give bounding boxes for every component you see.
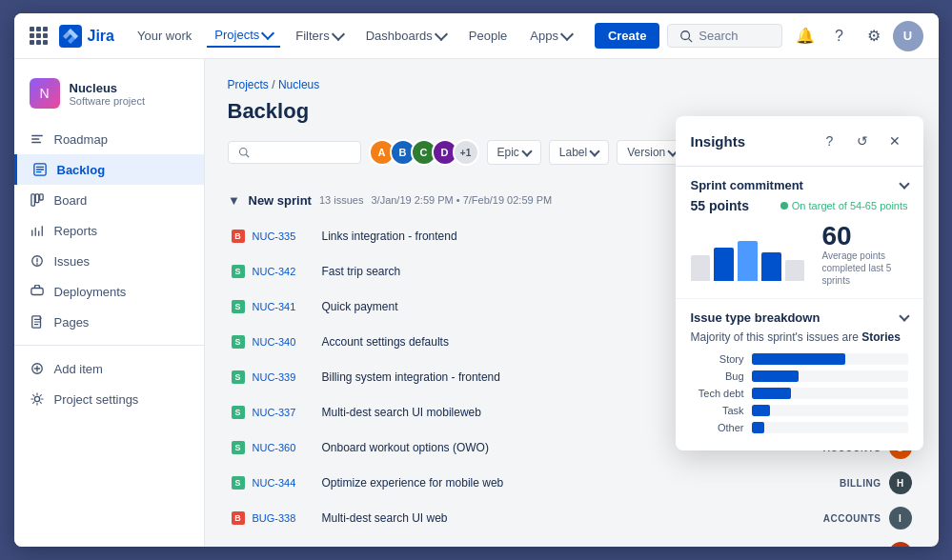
issue-avatar: I	[889, 507, 912, 530]
issue-id: NUC-335	[253, 230, 314, 242]
nav-your-work[interactable]: Your work	[130, 25, 199, 47]
issue-id: NUC-341	[253, 301, 314, 312]
issue-avatar: J	[889, 542, 912, 547]
nav-projects[interactable]: Projects	[207, 24, 280, 48]
sprint-commitment-section: Sprint commitment 55 points On target of…	[676, 167, 923, 299]
svg-rect-0	[59, 25, 82, 48]
sidebar-label-board: Board	[54, 193, 88, 208]
backlog-search[interactable]	[228, 141, 361, 164]
user-avatar[interactable]: U	[893, 21, 923, 51]
chart-stats: 60 Average points completed last 5 sprin…	[822, 223, 908, 287]
sidebar-item-board[interactable]: Board	[14, 185, 204, 215]
sprint-label: New sprint	[249, 193, 312, 208]
sidebar-label-project-settings: Project settings	[54, 392, 139, 407]
issue-avatar: H	[889, 471, 912, 494]
svg-point-12	[239, 149, 247, 156]
issue-tag: BILLING	[840, 478, 881, 489]
bar-4	[761, 252, 781, 281]
issue-id: BUG-338	[253, 512, 314, 524]
dashboards-chevron-icon	[435, 28, 448, 41]
sidebar-item-backlog[interactable]: Backlog	[14, 154, 204, 185]
story-bar-fill	[752, 353, 845, 365]
issue-tag: ACCOUNTS	[823, 513, 881, 524]
reports-icon	[30, 223, 45, 238]
type-bar-bug: Bug	[691, 370, 908, 382]
sidebar-item-pages[interactable]: Pages	[14, 307, 204, 337]
breadcrumb-projects[interactable]: Projects	[228, 78, 269, 91]
sidebar: N Nucleus Software project Roadmap	[14, 59, 205, 547]
label-filter[interactable]: Label	[549, 140, 609, 165]
story-icon: S	[232, 476, 245, 490]
projects-chevron-icon	[261, 27, 274, 40]
issue-row[interactable]: S NUC-344 Optimize experience for mobile…	[228, 466, 916, 501]
project-header: N Nucleus Software project	[14, 70, 204, 124]
board-icon	[30, 192, 45, 208]
sprint-chevron[interactable]: ▼	[228, 193, 241, 207]
majority-text: Majority of this sprint's issues are Sto…	[691, 330, 908, 344]
svg-line-13	[246, 154, 249, 157]
sprint-commitment-chevron[interactable]	[899, 178, 909, 189]
story-bar-bg	[752, 353, 908, 365]
insights-close-icon[interactable]: ✕	[881, 128, 908, 154]
insights-help-icon[interactable]: ?	[817, 128, 843, 154]
sidebar-item-roadmap[interactable]: Roadmap	[14, 124, 204, 154]
sprint-points-value: 55 points	[691, 198, 749, 213]
bar-1	[691, 255, 711, 282]
sidebar-item-issues[interactable]: Issues	[14, 246, 204, 276]
sidebar-item-add-item[interactable]: Add item	[14, 353, 204, 384]
sidebar-label-backlog: Backlog	[57, 163, 106, 177]
issue-id: NUC-340	[253, 336, 314, 348]
epic-filter[interactable]: Epic	[487, 140, 541, 165]
other-bar-fill	[752, 422, 764, 433]
sidebar-item-reports[interactable]: Reports	[14, 215, 204, 246]
issue-title: Multi-dest search UI web	[322, 511, 816, 525]
type-label-bug: Bug	[691, 370, 744, 382]
issue-breakdown-chevron[interactable]	[899, 310, 909, 321]
svg-rect-6	[39, 194, 43, 200]
settings-icon[interactable]: ⚙	[859, 21, 889, 51]
svg-line-2	[689, 38, 693, 42]
on-target-badge: On target of 54-65 points	[780, 200, 908, 211]
backlog-icon	[32, 162, 48, 177]
notifications-icon[interactable]: 🔔	[790, 21, 820, 51]
sidebar-label-add-item: Add item	[54, 362, 103, 376]
issue-row[interactable]: B BUG-338 Multi-dest search UI web ACCOU…	[228, 501, 916, 536]
bug-icon: B	[232, 230, 245, 243]
breadcrumb: Projects / Nucleus	[228, 78, 916, 91]
pages-icon	[30, 314, 45, 330]
techdebt-bar-bg	[752, 388, 908, 399]
nav-dashboards[interactable]: Dashboards	[358, 25, 454, 47]
story-icon: S	[232, 300, 245, 313]
svg-point-11	[34, 396, 39, 401]
story-icon: S	[232, 370, 245, 384]
sidebar-label-roadmap: Roadmap	[54, 132, 108, 147]
bar-2	[714, 248, 734, 281]
insights-refresh-icon[interactable]: ↺	[849, 128, 876, 154]
issue-row[interactable]: B BUG-354 Cshoping cart purchasing error…	[228, 536, 916, 547]
help-icon[interactable]: ?	[824, 21, 855, 51]
create-button[interactable]: Create	[595, 23, 659, 49]
epic-chevron-icon	[521, 146, 532, 156]
nav-filters[interactable]: Filters	[288, 25, 350, 47]
type-bar-story: Story	[691, 353, 908, 365]
svg-rect-8	[30, 289, 42, 295]
bug-bar-bg	[752, 370, 908, 382]
nav-people[interactable]: People	[461, 25, 515, 47]
grid-icon[interactable]	[30, 27, 48, 45]
bug-icon: B	[232, 511, 245, 525]
story-icon: S	[232, 406, 245, 419]
issue-title: Optimize experience for mobile web	[322, 476, 833, 490]
insights-panel-title: Insights	[691, 133, 746, 150]
type-label-other: Other	[691, 422, 744, 433]
avatar-overflow[interactable]: +1	[453, 139, 479, 166]
sidebar-item-project-settings[interactable]: Project settings	[14, 384, 204, 414]
jira-logo-text: Jira	[88, 28, 114, 45]
issue-id: NUC-360	[253, 442, 314, 453]
avatar-group: A B C D +1	[369, 139, 479, 166]
breadcrumb-nucleus[interactable]: Nucleus	[278, 78, 319, 91]
nav-apps[interactable]: Apps	[522, 25, 579, 47]
sidebar-item-deployments[interactable]: Deployments	[14, 276, 204, 307]
jira-logo[interactable]: Jira	[59, 25, 114, 48]
search-box[interactable]: Search	[667, 24, 781, 48]
other-bar-bg	[752, 422, 908, 433]
